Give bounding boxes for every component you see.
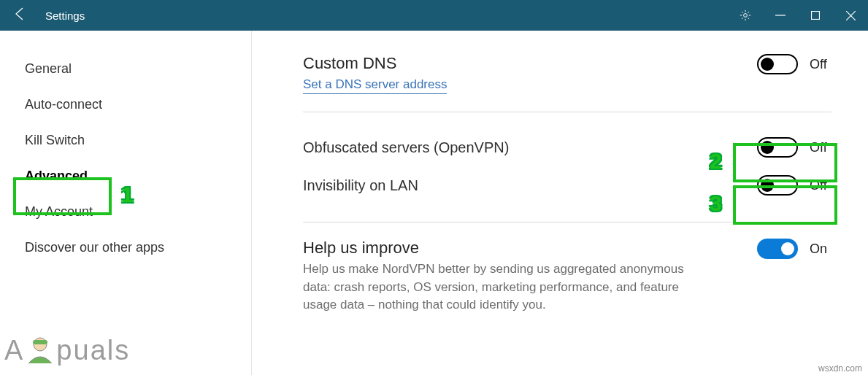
- sidebar-item-myaccount[interactable]: My Account: [0, 194, 251, 230]
- sidebar-item-autoconnect[interactable]: Auto-connect: [0, 87, 251, 123]
- help-desc: Help us make NordVPN better by sending u…: [303, 260, 712, 314]
- sidebar-item-discover[interactable]: Discover our other apps: [0, 230, 251, 266]
- close-button[interactable]: [833, 0, 868, 31]
- help-title: Help us improve: [303, 239, 712, 258]
- svg-rect-2: [812, 12, 820, 20]
- obfuscated-toggle-label: Off: [810, 140, 831, 155]
- sidebar-item-killswitch[interactable]: Kill Switch: [0, 123, 251, 158]
- back-button[interactable]: [9, 7, 32, 25]
- lan-label: Invisibility on LAN: [303, 177, 418, 194]
- settings-content: Custom DNS Set a DNS server address Off …: [252, 31, 868, 375]
- sidebar-item-general[interactable]: General: [0, 51, 251, 87]
- svg-rect-6: [33, 340, 47, 344]
- help-toggle[interactable]: [757, 239, 798, 259]
- custom-dns-toggle[interactable]: [757, 54, 798, 74]
- set-dns-link[interactable]: Set a DNS server address: [303, 77, 447, 94]
- sidebar-item-advanced[interactable]: Advanced: [0, 158, 251, 194]
- window-controls: [728, 0, 868, 31]
- custom-dns-toggle-label: Off: [810, 57, 831, 72]
- svg-point-0: [744, 14, 748, 18]
- custom-dns-title: Custom DNS: [303, 54, 447, 73]
- titlebar: Settings: [0, 0, 868, 31]
- minimize-button[interactable]: [763, 0, 798, 31]
- sidebar: General Auto-connect Kill Switch Advance…: [0, 31, 252, 375]
- lan-toggle-label: Off: [810, 178, 831, 193]
- divider: [303, 222, 831, 223]
- maximize-button[interactable]: [798, 0, 833, 31]
- source-watermark: wsxdn.com: [818, 363, 862, 374]
- obfuscated-toggle[interactable]: [757, 137, 798, 158]
- obfuscated-label: Obfuscated servers (OpenVPN): [303, 139, 509, 156]
- help-toggle-label: On: [810, 241, 831, 257]
- titlebar-title: Settings: [45, 9, 85, 22]
- settings-gear-icon[interactable]: [728, 0, 763, 31]
- lan-toggle[interactable]: [757, 175, 798, 196]
- watermark: A A pualspuals: [4, 334, 130, 371]
- divider: [303, 112, 831, 112]
